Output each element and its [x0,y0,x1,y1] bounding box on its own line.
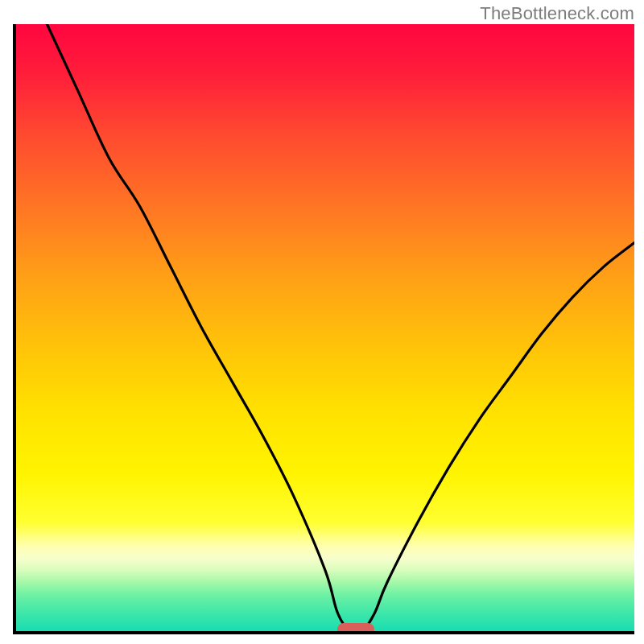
bottleneck-curve-path [47,24,634,631]
watermark-text: TheBottleneck.com [480,3,634,24]
bottleneck-chart: TheBottleneck.com [0,0,644,644]
plot-area [13,24,634,634]
min-marker [337,623,374,634]
curve-svg [16,24,634,631]
